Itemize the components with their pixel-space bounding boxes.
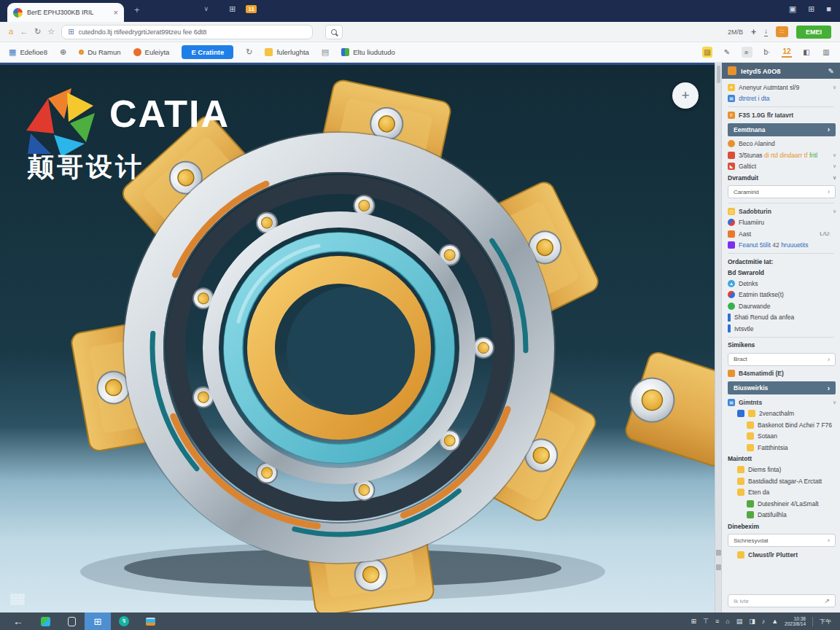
bookmark-item[interactable]: Eltu liudutudo <box>341 48 395 56</box>
tray-icon[interactable]: ▤ <box>736 618 743 625</box>
sidebar-input[interactable]: Bract› <box>728 353 836 366</box>
sidebar-button[interactable]: Eemttnana› <box>728 123 836 136</box>
sidebar-item[interactable]: AastL/U: <box>722 228 840 240</box>
split-panel-icon[interactable]: ◧ <box>801 47 812 58</box>
sidebar-input[interactable]: Sichriesyvdat› <box>728 534 836 547</box>
chevron-down-icon: ∨ <box>833 209 836 214</box>
tray-icon[interactable]: ⊤ <box>703 618 709 625</box>
bookmark-item[interactable]: Du Ramun <box>79 48 120 56</box>
bookmark-item[interactable]: ▤ <box>322 48 329 56</box>
tray-icon[interactable]: ≡ <box>715 618 719 625</box>
sidebar-item[interactable]: ▲Detnks <box>722 278 840 289</box>
tray-icon[interactable]: ♪ <box>762 618 766 625</box>
person-add-icon[interactable]: + <box>751 27 756 37</box>
sidebar-item[interactable]: Eten da <box>722 487 840 499</box>
sidebar-item[interactable]: Shati Renud da anfea <box>722 312 840 324</box>
app-files[interactable] <box>137 612 163 630</box>
refresh-icon[interactable]: ↻ <box>34 28 41 36</box>
bookmark-item[interactable]: ▦Edefioe8 <box>9 48 47 56</box>
translate-icon[interactable]: b· <box>762 47 772 58</box>
tab-bar: BerE EPHJ300KB IRIL × + ∨ ⊞ 11 ▣⊞■ <box>0 0 840 22</box>
sidebar-item[interactable]: Daurwande <box>722 300 840 312</box>
sidebar-item[interactable]: Diems finta) <box>722 464 840 476</box>
bookmark-item[interactable]: ↻ <box>246 48 252 56</box>
highlight-icon[interactable]: ▨ <box>702 47 712 58</box>
extension-chip-icon[interactable]: ∷ <box>776 26 788 37</box>
sidebar-item[interactable]: 2venacthalm <box>722 408 840 420</box>
sidebar-item[interactable]: Beco Alanind <box>722 139 840 150</box>
grid-glyph-icon[interactable] <box>10 594 25 605</box>
sidebar-item[interactable]: ✦Anenyur Autmtant sl/9∨ <box>722 82 840 93</box>
sidebar-item[interactable]: Baskenot Bind Achei 7 F76 <box>722 419 840 431</box>
scroll-handle[interactable] <box>717 66 720 83</box>
page-icon[interactable] <box>716 564 721 570</box>
sidebar-input[interactable]: Caramirid› <box>728 185 836 198</box>
tab-search-icon[interactable]: ⊞ <box>808 4 814 14</box>
edit-icon[interactable]: ✎ <box>828 67 834 75</box>
sidebar-item[interactable]: Dattifuilhla <box>722 510 840 521</box>
sidebar-item[interactable]: Clwust/lr Pluttert <box>722 549 840 561</box>
bookmark-item[interactable]: ⊕ <box>60 48 66 56</box>
sidebar-divider <box>728 337 834 338</box>
bookmark-label: Euleiyta <box>145 48 170 56</box>
sidebar-item[interactable]: B4smatimdi (E) <box>722 368 840 380</box>
chevron-right-icon: › <box>828 125 830 133</box>
item-label: Dattifuilhla <box>758 511 836 518</box>
add-button[interactable]: + <box>672 82 699 109</box>
bookmark-star-icon[interactable]: ☆ <box>47 28 55 36</box>
sidebar-item[interactable]: ▤dtntret i dta <box>722 93 840 105</box>
sidebar-item[interactable]: FF3S 1.0G flr Iatavrt <box>722 109 840 121</box>
search-button[interactable] <box>325 25 343 39</box>
go-button[interactable]: EMEI <box>796 26 831 39</box>
new-tab-icon[interactable]: + <box>134 4 140 18</box>
sidebar-item[interactable]: Sotaan <box>722 431 840 443</box>
item-label: Bastdiadtd stagar-A Erctatt <box>748 478 836 485</box>
url-field[interactable]: ⊞ cutedndo.ltj rtifeedrygrtiJerat99tzeu … <box>61 25 313 39</box>
reader-mode-icon[interactable]: a· <box>742 47 752 58</box>
sidebar-button-row: Biusweirkis› <box>722 379 840 397</box>
tray-icon[interactable]: ⌂ <box>726 618 729 625</box>
tab-list-caret-icon[interactable]: ∨ <box>204 5 209 17</box>
sidebar-item[interactable]: Eatmin ttatkse(t) <box>722 289 840 301</box>
extension-badge[interactable]: 11 <box>246 5 256 13</box>
taskbar-back-icon[interactable]: ← <box>4 615 32 627</box>
tab-groups-icon[interactable]: ⊞ <box>229 4 236 18</box>
sidebar-section[interactable]: Dvramduit∨ <box>722 172 840 183</box>
sidebar-item[interactable]: 3/5tunas di rtd dindaarr tf fritl∨ <box>722 149 840 161</box>
screenshot-icon[interactable]: ▣ <box>789 4 796 14</box>
app-assistant[interactable] <box>58 612 85 630</box>
active-tab[interactable]: BerE EPHJ300KB IRIL × <box>7 3 124 22</box>
sidebar-item[interactable]: ◣Galtict∨ <box>722 161 840 173</box>
sidebar-item[interactable]: ▤Gimtnts∨ <box>722 397 840 408</box>
sidebar-item[interactable]: ◳Sadobturin∨ <box>722 206 840 217</box>
sidebar-scroll-strip[interactable] <box>715 63 722 612</box>
extension-chip-icon[interactable]: a <box>9 28 13 36</box>
sidebar-item[interactable]: Feanut 5tilit 42 hruuuetits <box>722 240 840 252</box>
bookmark-item[interactable]: E Cratinte <box>182 45 233 59</box>
sidebar-item[interactable]: Duteshineir 4/LaSmalt <box>722 498 840 510</box>
profile-icon[interactable]: ■ <box>826 4 831 14</box>
back-icon[interactable]: ← <box>20 28 28 36</box>
page-icon[interactable] <box>716 550 721 556</box>
app-media[interactable] <box>32 612 58 630</box>
sidebar-item[interactable]: Fattthintsia <box>722 442 840 454</box>
sidebar-item[interactable]: Fluamiiru <box>722 217 840 229</box>
tab-close-icon[interactable]: × <box>114 8 118 17</box>
sidebar-button[interactable]: Biusweirkis› <box>728 381 836 394</box>
counter-badge[interactable]: 12 <box>782 47 792 58</box>
sidebar-input[interactable]: Ik ivte↗ <box>728 594 836 607</box>
bookmark-item[interactable]: fulerlughta <box>265 48 308 56</box>
tray-icon[interactable]: ▲ <box>771 618 778 625</box>
app-power[interactable]: ↯ <box>111 612 137 630</box>
tray-clock[interactable]: 10:38 2023/8/14 <box>785 616 806 626</box>
language-indicator[interactable]: 下午 <box>820 618 831 626</box>
sidebar-item[interactable]: Bastdiadtd stagar-A Erctatt <box>722 475 840 487</box>
tray-icon[interactable]: ◨ <box>749 618 755 625</box>
download-icon[interactable]: ↓ <box>764 28 768 36</box>
layout-icon[interactable]: ▥ <box>821 47 831 58</box>
bookmark-item[interactable]: Euleiyta <box>133 48 170 56</box>
app-desktop[interactable]: ⊞ <box>85 612 111 630</box>
sidebar-item[interactable]: Ivtsvtle <box>722 323 840 335</box>
tray-icon[interactable]: ⊞ <box>691 618 697 625</box>
pen-icon[interactable]: ✎ <box>722 47 732 58</box>
